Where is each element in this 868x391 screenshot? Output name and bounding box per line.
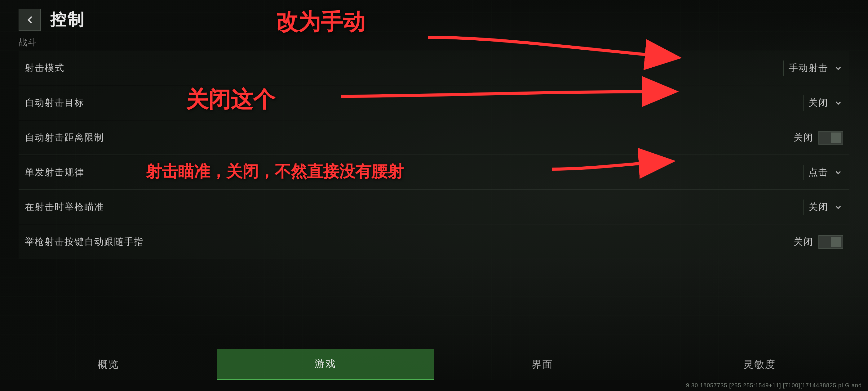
page-title: 控制 — [50, 9, 85, 31]
setting-name-aim-when-shoot: 在射击时举枪瞄准 — [25, 201, 104, 214]
setting-value-aim-when-shoot: 关闭 — [808, 201, 828, 214]
chevron-down-icon-2 — [833, 98, 843, 108]
divider-vert-3 — [803, 165, 804, 180]
divider-vert-4 — [803, 199, 804, 215]
tab-sensitivity-label: 灵敏度 — [743, 358, 776, 371]
bottom-nav: 概览 游戏 界面 灵敏度 — [0, 349, 868, 380]
chevron-down-icon-3 — [833, 168, 843, 177]
setting-value-auto-shoot-target: 关闭 — [808, 96, 828, 109]
setting-name-shoot-mode: 射击模式 — [25, 62, 64, 75]
settings-list: 射击模式 手动射击 自动射击目标 关闭 自动射击距离限制 — [0, 51, 868, 349]
toggle-thumb-finger — [831, 237, 841, 247]
tab-overview[interactable]: 概览 — [0, 349, 217, 380]
toggle-switch-distance[interactable] — [818, 131, 843, 145]
setting-row-auto-shoot-distance[interactable]: 自动射击距离限制 关闭 — [19, 121, 849, 155]
status-text: 9.30.18057735 [255 255:1549+11] [7100][1… — [686, 382, 862, 389]
toggle-container-finger[interactable]: 关闭 — [794, 235, 843, 249]
setting-control-auto-shoot-target[interactable]: 关闭 — [756, 95, 843, 111]
tab-sensitivity[interactable]: 灵敏度 — [651, 349, 868, 380]
chevron-down-icon-4 — [833, 202, 843, 212]
toggle-switch-finger[interactable] — [818, 235, 843, 249]
toggle-label-distance: 关闭 — [794, 131, 813, 144]
setting-value-single-shoot-rule: 点击 — [808, 166, 828, 179]
setting-row-aim-when-shoot[interactable]: 在射击时举枪瞄准 关闭 — [19, 190, 849, 224]
setting-value-shoot-mode: 手动射击 — [788, 62, 828, 75]
tab-game-label: 游戏 — [315, 357, 336, 371]
setting-name-single-shoot-rule: 单发射击规律 — [25, 166, 84, 179]
divider-vert-2 — [803, 95, 804, 111]
setting-control-shoot-mode[interactable]: 手动射击 — [756, 60, 843, 76]
setting-name-aim-follow-finger: 举枪射击按键自动跟随手指 — [25, 235, 144, 248]
setting-row-aim-follow-finger[interactable]: 举枪射击按键自动跟随手指 关闭 — [19, 225, 849, 259]
setting-control-aim-follow-finger[interactable]: 关闭 — [756, 235, 843, 249]
setting-row-shoot-mode[interactable]: 射击模式 手动射击 — [19, 51, 849, 85]
toggle-thumb-distance — [831, 133, 841, 143]
section-label: 战斗 — [0, 34, 868, 51]
setting-control-auto-shoot-distance[interactable]: 关闭 — [756, 131, 843, 145]
setting-row-auto-shoot-target[interactable]: 自动射击目标 关闭 — [19, 86, 849, 120]
status-bar: 9.30.18057735 [255 255:1549+11] [7100][1… — [0, 380, 868, 391]
setting-row-single-shoot-rule[interactable]: 单发射击规律 点击 — [19, 156, 849, 190]
toggle-container-distance[interactable]: 关闭 — [794, 131, 843, 145]
divider-vert — [783, 60, 784, 76]
setting-name-auto-shoot-distance: 自动射击距离限制 — [25, 131, 104, 144]
back-button[interactable] — [19, 9, 41, 31]
header: 控制 — [0, 0, 868, 34]
tab-game[interactable]: 游戏 — [217, 349, 434, 380]
toggle-label-finger: 关闭 — [794, 235, 813, 248]
setting-name-auto-shoot-target: 自动射击目标 — [25, 96, 84, 109]
tab-interface[interactable]: 界面 — [434, 349, 651, 380]
setting-control-single-shoot-rule[interactable]: 点击 — [756, 165, 843, 180]
chevron-down-icon — [833, 63, 843, 73]
tab-overview-label: 概览 — [98, 358, 119, 371]
setting-control-aim-when-shoot[interactable]: 关闭 — [756, 199, 843, 215]
tab-interface-label: 界面 — [532, 358, 553, 371]
back-icon — [24, 14, 35, 25]
